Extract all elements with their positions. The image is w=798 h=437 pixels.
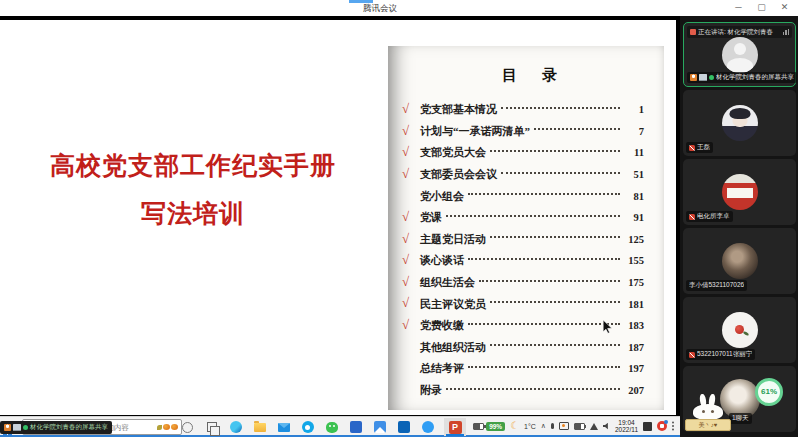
battery-widget[interactable]: 99% [473, 422, 505, 431]
participant-tile-presenter[interactable]: 正在讲话: 材化学院刘青春 材化学院刘青春的屏幕共享 [683, 22, 796, 87]
toc-checkmark: √ [402, 101, 409, 117]
participant-name: 材化学院刘青春的屏幕共享 [716, 73, 794, 82]
toc-dot-leader [468, 323, 620, 325]
task-view-button[interactable] [204, 418, 219, 436]
file-explorer-icon[interactable] [252, 418, 267, 436]
mic-muted-icon [689, 352, 695, 358]
participant-avatar [722, 105, 758, 141]
night-mode-icon[interactable]: ☾ [510, 421, 519, 431]
mail-icon[interactable] [276, 418, 291, 436]
participant-name-chip: 材化学院刘青春的屏幕共享 [687, 72, 797, 83]
tray-screenshare-icon[interactable] [559, 422, 569, 430]
toc-item-page: 125 [624, 234, 644, 245]
participant-avatar [722, 312, 758, 348]
participant-tile[interactable]: 1聊天 61%美丶♪♥ [683, 366, 796, 432]
participant-tile[interactable]: 5322107011张丽宁 [683, 297, 796, 363]
tray-mic-icon[interactable] [551, 423, 554, 429]
participant-avatar [722, 174, 758, 210]
powerpoint-taskbar-button[interactable]: P [444, 418, 466, 436]
participant-name: 王磊 [697, 143, 710, 152]
window-titlebar: 腾讯会议 ─ ▢ ✕ [0, 0, 798, 16]
cortana-button[interactable] [180, 418, 195, 436]
participant-tile[interactable]: 李小倩5321107026 [683, 228, 796, 294]
speaking-icon [690, 29, 696, 35]
screen-share-toast[interactable]: 材化学院刘青春的屏幕共享 [0, 421, 112, 434]
toc-dot-leader [490, 150, 620, 152]
participant-avatar [722, 243, 758, 279]
speaking-banner-text: 正在讲话: 材化学院刘青春 [698, 28, 781, 37]
toc-item-page: 81 [624, 191, 644, 202]
tim-icon[interactable] [420, 418, 435, 436]
outlook-icon[interactable] [396, 418, 411, 436]
toc-row: √ 谈心谈话 155 [420, 250, 644, 272]
toc-item-page: 175 [624, 277, 644, 288]
volume-icon[interactable] [603, 423, 610, 430]
toc-item-label: 民主评议党员 [420, 297, 486, 312]
toc-row: 总结考评 197 [420, 358, 644, 380]
toc-dot-leader [446, 388, 620, 390]
more-icon[interactable] [672, 425, 674, 427]
mic-on-icon [709, 75, 714, 80]
participant-name-chip: 5322107011张丽宁 [686, 349, 755, 360]
toc-checkmark: √ [402, 231, 409, 247]
tray-battery-icon[interactable] [574, 423, 585, 430]
toc-item-page: 197 [624, 363, 644, 374]
toc-item-label: 党课 [420, 210, 442, 225]
participant-name: 1聊天 [732, 414, 749, 423]
battery-icon [473, 423, 484, 430]
slide-heading-line2: 写法培训 [26, 198, 360, 228]
participant-tile[interactable]: 王磊 [683, 90, 796, 156]
edge-icon[interactable] [228, 418, 243, 436]
browser-icon[interactable] [300, 418, 315, 436]
screen-share-icon [13, 424, 21, 431]
photos-app-icon[interactable] [372, 418, 387, 436]
mic-muted-icon [689, 145, 695, 151]
participant-list: 正在讲话: 材化学院刘青春 材化学院刘青春的屏幕共享 王磊 [680, 16, 798, 432]
toc-item-page: 207 [624, 385, 644, 396]
toc-checkmark: √ [402, 209, 409, 225]
temperature-widget[interactable]: 1°C [524, 423, 536, 430]
clock-date: 2022/11 [615, 426, 638, 434]
toc-checkmark: √ [402, 274, 409, 290]
toc-item-label: 党费收缴 [420, 318, 464, 333]
toc-book-page: 目 录 √ 党支部基本情况 1 √ 计划与“一承诺两清单” 7 √ 支部党员大会… [388, 46, 664, 410]
taskbar-app-icons: P [180, 418, 466, 436]
battery-percent: 99% [486, 422, 505, 431]
powerpoint-icon: P [449, 421, 462, 434]
signal-bars-icon [783, 29, 790, 36]
toc-item-page: 51 [624, 169, 644, 180]
toc-item-label: 组织生活会 [420, 275, 475, 290]
taskbar-clock[interactable]: 19:04 2022/11 [615, 419, 638, 434]
toc-row: 其他组织活动 187 [420, 337, 644, 359]
halloween-decoration [157, 424, 178, 430]
toc-checkmark: √ [402, 166, 409, 182]
toc-list: √ 党支部基本情况 1 √ 计划与“一承诺两清单” 7 √ 支部党员大会 11 … [420, 99, 644, 401]
windows-taskbar: P 99% ☾ 1°C ∧ 19:04 2022/11 [0, 416, 680, 437]
toc-row: √ 支部党员大会 11 [420, 142, 644, 164]
toc-dot-leader [468, 258, 620, 260]
minimize-button[interactable]: ─ [727, 0, 750, 16]
toc-row: √ 计划与“一承诺两清单” 7 [420, 121, 644, 143]
toc-dot-leader [490, 301, 620, 303]
toc-item-page: 183 [624, 320, 644, 331]
presenter-icon [690, 74, 697, 81]
participants-sidebar: 正在讲话: 材化学院刘青春 材化学院刘青春的屏幕共享 王磊 [680, 16, 798, 437]
app-icon-blue[interactable] [348, 418, 363, 436]
toc-item-label: 附录 [420, 383, 442, 398]
wechat-icon[interactable] [324, 418, 339, 436]
share-toast-text: 材化学院刘青春的屏幕共享 [30, 423, 108, 432]
toc-dot-leader [446, 215, 620, 217]
close-button[interactable]: ✕ [773, 0, 796, 16]
system-tray: 99% ☾ 1°C ∧ 19:04 2022/11 [473, 417, 674, 435]
mic-muted-icon [689, 214, 695, 220]
ime-indicator-icon[interactable] [643, 422, 652, 431]
notification-app-icon[interactable] [657, 421, 667, 431]
participant-avatar [722, 37, 758, 73]
maximize-button[interactable]: ▢ [750, 0, 773, 16]
toc-row: √ 党课 91 [420, 207, 644, 229]
tray-expand-icon[interactable]: ∧ [541, 422, 546, 430]
participant-name: 李小倩5321107026 [689, 281, 744, 290]
participant-tile[interactable]: 电化所李卓 [683, 159, 796, 225]
network-icon[interactable] [590, 423, 598, 430]
toc-row: √ 组织生活会 175 [420, 272, 644, 294]
